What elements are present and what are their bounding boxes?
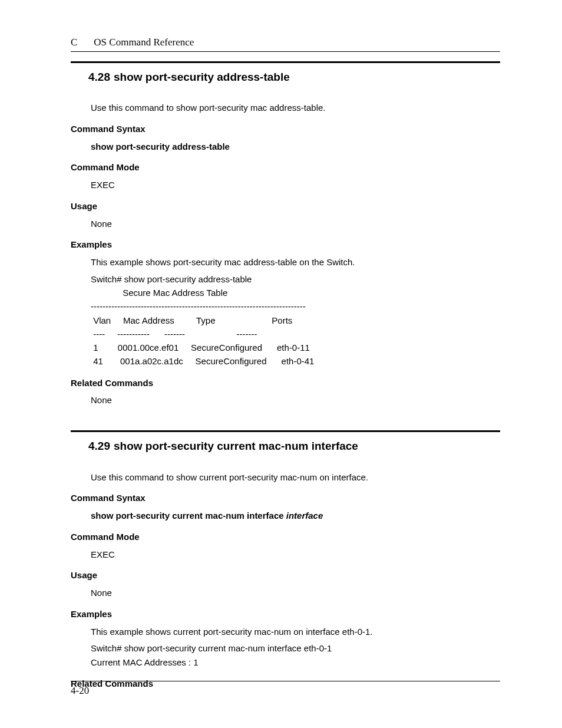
syntax-429: show port-security current mac-num inter… [91,509,500,522]
section-rule [71,430,500,432]
section-title-text: show port-security current mac-num inter… [114,440,358,452]
section-429-intro: Use this command to show current port-se… [91,471,500,484]
page-number: 4-20 [71,685,89,696]
header-title: OS Command Reference [94,35,194,50]
running-header: C OS Command Reference [71,35,500,52]
section-heading-429: 4.29show port-security current mac-num i… [88,438,500,454]
related-heading: Related Commands [71,377,500,390]
mode-429: EXEC [91,548,500,561]
section-number: 4.29 [88,440,110,452]
examples-heading: Examples [71,608,500,621]
example-intro-428: This example shows port-security mac add… [91,256,500,269]
mode-heading: Command Mode [71,161,500,174]
section-heading-428: 4.28show port-security address-table [88,69,500,85]
syntax-fixed: show port-security current mac-num inter… [91,510,286,521]
usage-429: None [91,587,500,599]
section-rule [71,61,500,63]
usage-heading: Usage [71,200,500,213]
mode-428: EXEC [91,179,500,192]
related-428: None [91,394,500,407]
syntax-arg: interface [286,510,323,521]
syntax-heading: Command Syntax [71,123,500,136]
chapter-letter: C [71,35,77,50]
syntax-heading: Command Syntax [71,492,500,505]
example-intro-429: This example shows current port-security… [91,625,500,638]
section-428-intro: Use this command to show port-security m… [91,101,500,114]
mode-heading: Command Mode [71,531,500,543]
example-output-429: Switch# show port-security current mac-n… [91,641,500,669]
section-title-text: show port-security address-table [114,71,290,83]
examples-heading: Examples [71,238,500,251]
usage-428: None [91,218,500,230]
usage-heading: Usage [71,569,500,582]
section-number: 4.28 [88,71,110,83]
page-footer: 4-20 [71,681,500,699]
example-output-428: Switch# show port-security address-table… [91,272,500,368]
syntax-428: show port-security address-table [91,140,500,153]
